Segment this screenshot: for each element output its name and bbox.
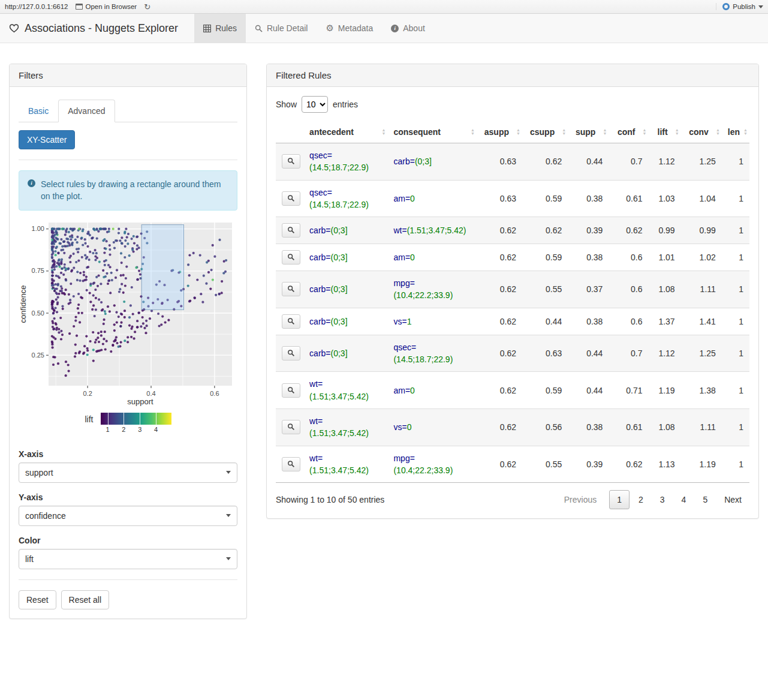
attribute-value: (0;3]	[415, 155, 432, 167]
attribute-value: (14.5;18.7;22.9)	[393, 353, 453, 365]
cell-conv: 1.04	[681, 180, 722, 217]
viewer-url: http://127.0.0.1:6612	[5, 3, 68, 10]
inspect-rule-button[interactable]	[282, 314, 300, 329]
pagination-previous[interactable]: Previous	[556, 490, 604, 509]
tab-about[interactable]: i About	[382, 14, 434, 43]
brush-selection[interactable]	[141, 224, 183, 310]
column-header-csupp[interactable]: csupp▲▼	[522, 121, 568, 143]
column-header-conv[interactable]: conv▲▼	[681, 121, 722, 143]
inspect-rule-button[interactable]	[282, 457, 300, 471]
cell-lift: 1.12	[649, 143, 681, 181]
navbar: Associations - Nuggets Explorer Rules Ru…	[0, 14, 768, 43]
inspect-rule-button[interactable]	[282, 223, 300, 238]
column-header-supp[interactable]: supp▲▼	[568, 121, 609, 143]
tab-rule-detail[interactable]: Rule Detail	[246, 14, 317, 43]
column-header-consequent[interactable]: consequent▲▼	[387, 121, 476, 143]
rule-row: qsec=(14.5;18.7;22.9)carb=(0;3]0.630.620…	[276, 143, 749, 181]
attribute-value: 0	[410, 193, 415, 205]
cell-consequent: vs=1	[387, 308, 476, 335]
pagination-next[interactable]: Next	[716, 490, 749, 509]
cell-conf: 0.6	[609, 271, 648, 308]
inspect-rule-button[interactable]	[282, 282, 300, 296]
search-icon	[255, 25, 263, 32]
filtered-rules-panel: Filtered Rules Show 10 entries anteceden…	[266, 64, 759, 519]
cell-supp: 0.38	[568, 180, 609, 217]
publish-button[interactable]: Publish	[716, 3, 763, 10]
tab-rules[interactable]: Rules	[194, 14, 246, 43]
column-header-asupp[interactable]: asupp▲▼	[477, 121, 522, 143]
cell-len: 1	[722, 335, 749, 372]
filtered-rules-title: Filtered Rules	[267, 64, 758, 87]
xy-scatter-button[interactable]: XY-Scatter	[19, 130, 75, 149]
inspect-rule-button[interactable]	[282, 383, 300, 398]
reset-all-button[interactable]: Reset all	[61, 590, 109, 609]
pagination-page-3[interactable]: 3	[652, 490, 673, 509]
inspect-rule-button[interactable]	[282, 346, 300, 360]
attribute-value: (0;3]	[331, 283, 348, 295]
cell-len: 1	[722, 217, 749, 244]
cell-supp: 0.44	[568, 143, 609, 181]
attribute-name: carb=	[309, 224, 330, 236]
column-header-conf[interactable]: conf▲▼	[609, 121, 648, 143]
attribute-name: qsec=	[309, 149, 332, 161]
legend-title: lift	[85, 413, 94, 424]
scatter-plot[interactable]: 0.20.40.60.250.500.751.00supportconfiden…	[19, 219, 237, 434]
tab-advanced[interactable]: Advanced	[58, 100, 115, 122]
cell-consequent: carb=(0;3]	[387, 143, 476, 181]
tab-basic[interactable]: Basic	[19, 100, 58, 122]
search-icon	[287, 317, 295, 325]
cell-asupp: 0.62	[477, 308, 522, 335]
attribute-name: wt=	[309, 452, 323, 464]
cell-inspect	[276, 244, 303, 271]
inspect-rule-button[interactable]	[282, 250, 300, 265]
pagination-page-2[interactable]: 2	[631, 490, 651, 509]
cell-conv: 1.41	[681, 308, 722, 335]
rules-scatter-svg[interactable]: 0.20.40.60.250.500.751.00supportconfiden…	[19, 219, 237, 406]
table-icon	[203, 25, 211, 32]
pagination-page-5[interactable]: 5	[695, 490, 715, 509]
inspect-rule-button[interactable]	[282, 420, 300, 434]
rule-row: carb=(0;3]vs=10.620.440.380.61.371.411	[276, 308, 749, 335]
cell-asupp: 0.62	[477, 372, 522, 409]
cell-lift: 1.01	[649, 244, 681, 271]
legend-tick-labels: 1234	[101, 425, 171, 434]
column-header-len[interactable]: len▲▼	[722, 121, 749, 143]
cell-asupp: 0.62	[477, 271, 522, 308]
cell-supp: 0.39	[568, 217, 609, 244]
y-axis-select[interactable]: confidence	[19, 506, 237, 526]
pagination-page-1[interactable]: 1	[609, 490, 630, 509]
reset-button[interactable]: Reset	[19, 590, 56, 609]
color-select[interactable]: lift	[19, 549, 237, 569]
attribute-name: wt=	[309, 378, 323, 390]
refresh-icon[interactable]: ↻	[144, 3, 150, 11]
attribute-name: wt=	[393, 224, 406, 236]
cell-len: 1	[722, 180, 749, 217]
inspect-rule-button[interactable]	[282, 154, 300, 169]
attribute-value: (1.51;3.47;5.42)	[309, 390, 369, 402]
cell-consequent: mpg=(10.4;22.2;33.9)	[387, 446, 476, 483]
search-icon	[287, 194, 295, 202]
cell-csupp: 0.55	[522, 446, 568, 483]
column-header-lift[interactable]: lift▲▼	[649, 121, 681, 143]
cell-inspect	[276, 408, 303, 446]
tab-metadata[interactable]: ⚙ Metadata	[317, 14, 382, 43]
svg-text:0.25: 0.25	[32, 351, 44, 358]
cell-asupp: 0.63	[477, 143, 522, 181]
open-in-browser-button[interactable]: Open in Browser	[76, 3, 137, 10]
attribute-value: (1.51;3.47;5.42)	[309, 427, 369, 439]
page-length-select[interactable]: 10	[302, 96, 328, 113]
legend-tick-label: 1	[106, 426, 110, 433]
cell-antecedent: wt=(1.51;3.47;5.42)	[303, 408, 387, 446]
pagination-page-4[interactable]: 4	[674, 490, 694, 509]
pagination: Previous 1 2 3 4 5 Next	[555, 490, 749, 509]
cell-inspect	[276, 271, 303, 308]
column-header-antecedent[interactable]: antecedent▲▼	[303, 121, 387, 143]
x-axis-select[interactable]: support	[19, 462, 237, 483]
attribute-value: 0	[410, 251, 415, 263]
scatter-plot-canvas[interactable]: 0.20.40.60.250.500.751.00supportconfiden…	[19, 219, 237, 408]
cell-conv: 1.38	[681, 372, 722, 409]
cell-len: 1	[722, 372, 749, 409]
inspect-rule-button[interactable]	[282, 191, 300, 206]
cell-csupp: 0.62	[522, 143, 568, 181]
nav-tabs: Rules Rule Detail ⚙ Metadata i About	[194, 14, 434, 43]
